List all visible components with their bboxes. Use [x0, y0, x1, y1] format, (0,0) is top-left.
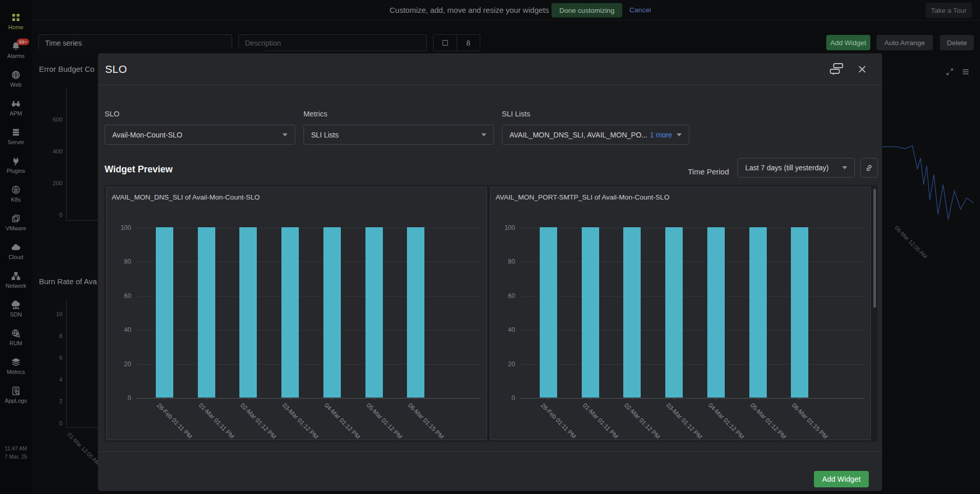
y-axis-tick: 20	[508, 361, 515, 368]
sidebar-item-applogs[interactable]: AppLogs	[0, 386, 32, 404]
rum-icon	[11, 328, 21, 339]
expand-icon[interactable]	[946, 68, 954, 76]
bg-burn-rate-title: Burn Rate of Ava	[39, 277, 97, 286]
bar	[623, 227, 641, 398]
x-axis-tick: 01-Mar 01:11 PM	[581, 402, 620, 440]
bg-y-axis-tick: 10	[42, 311, 63, 317]
y-axis-tick: 80	[124, 258, 131, 265]
globe-icon	[11, 70, 21, 80]
x-axis-tick-mark	[800, 398, 800, 400]
background-add-widget-button[interactable]: Add Widget	[826, 35, 870, 50]
sidebar-item-server[interactable]: Server	[0, 127, 32, 145]
y-axis-tick: 100	[120, 224, 131, 231]
columns-count: 8	[457, 35, 480, 51]
bar	[540, 227, 557, 398]
bg-y-axis-tick: 0	[42, 420, 63, 426]
sidebar-item-home[interactable]: Home	[0, 12, 32, 30]
sidebar-item-plugins[interactable]: Plugins	[0, 156, 32, 174]
widget-description-input[interactable]	[238, 34, 427, 51]
sidebar-item-alarms[interactable]: Alarms99+	[0, 41, 32, 59]
sidebar-item-web[interactable]: Web	[0, 70, 32, 88]
add-widget-button[interactable]: Add Widget	[814, 471, 869, 487]
y-axis-tick: 40	[124, 326, 131, 333]
x-axis-tick: 04-Mar 01:12 PM	[707, 402, 745, 440]
gridline	[136, 262, 481, 262]
gridline	[520, 296, 865, 297]
columns-icon	[434, 35, 457, 51]
bar	[665, 227, 683, 398]
bar	[323, 227, 341, 398]
sidebar-item-rum[interactable]: RUM	[0, 328, 32, 346]
delete-button[interactable]: Delete	[940, 35, 974, 50]
time-period-select[interactable]: Last 7 days (till yesterday)	[738, 158, 855, 177]
cancel-customizing-link[interactable]: Cancel	[629, 6, 651, 14]
take-a-tour-button[interactable]: Take a Tour	[926, 3, 972, 18]
x-axis-tick-mark	[674, 398, 675, 400]
bar	[707, 227, 725, 398]
x-axis-tick-mark	[758, 398, 759, 400]
sidebar-item-cloud[interactable]: Cloud	[0, 242, 32, 260]
sidebar-item-metrics[interactable]: Metrics	[0, 357, 32, 375]
x-axis-tick-mark	[290, 398, 291, 400]
sidebar-item-label: RUM	[9, 340, 22, 346]
customize-topbar: Customize, add, move and resize your wid…	[0, 0, 980, 21]
plug-icon	[11, 156, 21, 166]
server-icon	[11, 127, 21, 137]
chevron-down-icon	[677, 133, 682, 136]
y-axis-tick: 40	[508, 326, 515, 333]
y-axis-tick: 0	[128, 394, 131, 402]
bar	[156, 227, 173, 398]
sidebar-item-label: Web	[10, 82, 22, 88]
sli-lists-select[interactable]: AVAIL_MON_DNS_SLI, AVAIL_MON_PO... 1 mor…	[502, 125, 689, 145]
hamburger-menu-icon[interactable]	[962, 68, 970, 76]
bg-y-axis-tick: 0	[42, 212, 63, 218]
y-axis-tick: 0	[512, 394, 515, 402]
slo-field-label: SLO	[105, 110, 119, 118]
y-axis-tick: 60	[124, 292, 131, 300]
columns-selector[interactable]: 8	[433, 34, 480, 51]
gridline	[136, 228, 481, 228]
slo-select[interactable]: Avail-Mon-Count-SLO	[105, 125, 295, 145]
widget-type-icon[interactable]	[830, 63, 843, 75]
bar	[281, 227, 299, 398]
x-axis-tick-mark	[590, 398, 591, 400]
sidebar-item-label: AppLogs	[5, 398, 27, 404]
widget-preview-title: Widget Preview	[105, 164, 173, 175]
dns-sli-chart-card: AVAIL_MON_DNS_SLI of Avail-Mon-Count-SLO…	[106, 187, 487, 440]
sidebar-item-apm[interactable]: APM	[0, 98, 32, 116]
grid-icon	[11, 12, 21, 23]
link-time-period-button[interactable]	[860, 158, 878, 177]
close-icon[interactable]	[858, 65, 867, 74]
sidebar-nav: HomeAlarms99+WebAPMServerPluginsK8sVMwar…	[0, 0, 32, 494]
sidebar-item-sdn[interactable]: SDN	[0, 300, 32, 318]
x-axis-tick-mark	[548, 398, 549, 400]
metrics-select[interactable]: SLI Lists	[303, 125, 494, 145]
sidebar-item-label: Home	[8, 24, 23, 30]
sidebar-item-label: Alarms	[7, 53, 25, 59]
bg-y-axis-tick: 4	[42, 377, 63, 383]
x-axis-tick: 28-Feb 01:11 PM	[155, 402, 194, 440]
sidebar-item-label: Cloud	[9, 254, 24, 260]
sidebar-item-k8s[interactable]: K8s	[0, 185, 32, 203]
x-axis-tick-mark	[416, 398, 416, 400]
bg-error-budget-title: Error Budget Co	[39, 65, 94, 73]
x-axis-tick: 03-Mar 01:12 PM	[281, 402, 319, 440]
bar	[791, 227, 808, 398]
x-axis-tick-mark	[374, 398, 375, 400]
done-customizing-button[interactable]: Done customizing	[552, 3, 622, 17]
alarm-count-badge: 99+	[17, 38, 29, 45]
x-axis-tick-mark	[207, 398, 207, 400]
bg-y-axis-tick: 8	[42, 333, 63, 339]
chart-title: AVAIL_MON_PORT-SMTP_SLI of Avail-Mon-Cou…	[496, 193, 669, 201]
chevron-down-icon	[842, 166, 847, 169]
gridline	[520, 262, 865, 262]
bg-y-axis-tick: 6	[42, 354, 63, 361]
modal-title: SLO	[105, 63, 127, 75]
sidebar-item-network[interactable]: Network	[0, 271, 32, 289]
time-period-label: Time Period	[688, 167, 729, 176]
sli-more-link[interactable]: 1 more	[650, 131, 672, 139]
sidebar-item-vmware[interactable]: VMware	[0, 213, 32, 231]
preview-scrollbar[interactable]	[873, 189, 876, 308]
auto-arrange-button[interactable]: Auto Arrange	[876, 35, 933, 50]
binoculars-icon	[11, 98, 21, 109]
